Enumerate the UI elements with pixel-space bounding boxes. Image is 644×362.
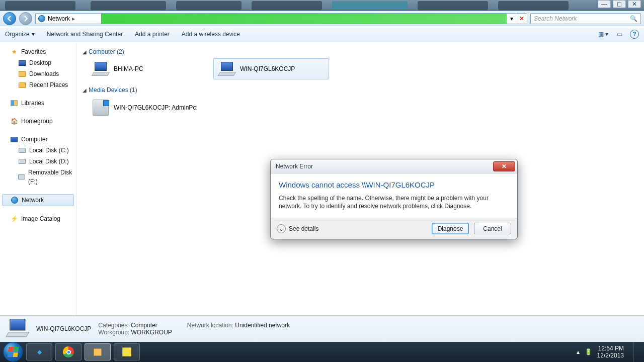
network-icon xyxy=(38,15,46,23)
content-pane: ◢ Computer (2) BHIMA-PC WIN-QI7GL6KOCJP … xyxy=(76,42,644,315)
network-computer-item[interactable]: WIN-QI7GL6KOCJP xyxy=(213,58,329,79)
taskbar-pin-notes[interactable] xyxy=(114,343,140,360)
tray-clock[interactable]: 12:54 PM 12/2/2013 xyxy=(597,345,624,359)
organize-label: Organize xyxy=(5,31,30,38)
sidebar-network[interactable]: Network xyxy=(2,194,74,206)
show-desktop-button[interactable] xyxy=(633,342,638,362)
folder-icon xyxy=(18,81,26,89)
window-minimize-button[interactable]: — xyxy=(598,0,611,8)
details-netloc-value: Unidentified network xyxy=(235,322,290,329)
drive-icon xyxy=(18,146,26,154)
desktop-icon xyxy=(18,59,26,67)
breadcrumb-root[interactable]: Network xyxy=(48,15,70,22)
sidebar-computer[interactable]: Computer xyxy=(0,134,76,145)
folder-icon xyxy=(18,70,26,78)
sidebar-item-drive-d[interactable]: Local Disk (D:) xyxy=(0,156,76,167)
address-dropdown-button[interactable]: ▾ xyxy=(507,14,516,24)
sidebar-homegroup[interactable]: 🏠Homegroup xyxy=(0,116,76,127)
details-categories-value: Computer xyxy=(131,322,157,329)
view-options-button[interactable]: ▥ ▾ xyxy=(598,29,609,40)
network-item-label: WIN-QI7GL6KOCJP xyxy=(240,65,295,72)
sidebar-favorites[interactable]: ★ Favorites xyxy=(0,46,76,57)
toolbar-add-wireless-device[interactable]: Add a wireless device xyxy=(182,31,240,38)
computer-icon xyxy=(219,62,235,76)
toolbar-network-sharing-center[interactable]: Network and Sharing Center xyxy=(47,31,123,38)
details-netloc-label: Network location: xyxy=(187,322,233,329)
sidebar-item-label: Local Disk (C:) xyxy=(29,146,69,155)
network-error-dialog: Network Error ✕ Windows cannot access \\… xyxy=(270,159,518,239)
sidebar-item-label: Homegroup xyxy=(21,117,53,126)
system-tray: ▴ 🔋 12:54 PM 12/2/2013 xyxy=(577,342,641,362)
organize-menu[interactable]: Organize ▾ xyxy=(5,31,35,38)
start-button[interactable] xyxy=(3,342,23,362)
taskbar-pin-chrome[interactable] xyxy=(55,343,82,360)
chevron-down-icon: ▾ xyxy=(32,31,35,38)
media-device-item[interactable]: WIN-QI7GL6KOCJP: AdminPc: xyxy=(88,97,238,119)
sidebar-item-drive-c[interactable]: Local Disk (C:) xyxy=(0,145,76,156)
sidebar-item-label: Downloads xyxy=(29,69,59,78)
dialog-message: Check the spelling of the name. Otherwis… xyxy=(279,194,509,210)
nav-back-button[interactable] xyxy=(3,12,16,25)
address-bar: Network ▸ ▾ ✕ Search Network 🔍 xyxy=(0,11,644,26)
sidebar-item-label: Local Disk (D:) xyxy=(29,157,69,166)
window-close-button[interactable]: ✕ xyxy=(628,0,641,8)
tray-date: 12/2/2013 xyxy=(597,352,624,359)
chrome-icon xyxy=(63,346,74,357)
network-computer-item[interactable]: BHIMA-PC xyxy=(88,58,203,79)
taskbar-pin-unknown[interactable]: ◆ xyxy=(26,343,52,360)
dialog-titlebar[interactable]: Network Error ✕ xyxy=(271,159,517,173)
search-input[interactable]: Search Network 🔍 xyxy=(530,13,641,24)
close-icon: ✕ xyxy=(502,163,507,170)
sidebar-item-label: Computer xyxy=(21,135,48,144)
folder-icon xyxy=(94,348,102,356)
see-details-toggle[interactable]: ⌄ See details xyxy=(277,224,318,233)
breadcrumb-sep-icon: ▸ xyxy=(72,15,75,22)
address-field[interactable]: Network ▸ ▾ ✕ xyxy=(35,13,527,24)
collapse-triangle-icon: ◢ xyxy=(83,49,87,55)
sidebar-item-recent-places[interactable]: Recent Places xyxy=(0,79,76,90)
help-button[interactable]: ? xyxy=(630,30,639,39)
tray-battery-icon[interactable]: 🔋 xyxy=(585,348,592,355)
preview-pane-button[interactable]: ▭ xyxy=(614,29,625,40)
drive-icon xyxy=(18,157,26,165)
app-icon: ◆ xyxy=(37,348,42,355)
network-icon xyxy=(11,196,19,204)
sidebar-favorites-label: Favorites xyxy=(21,47,46,56)
taskbar: ◆ ▴ 🔋 12:54 PM 12/2/2013 xyxy=(0,342,644,362)
sidebar-item-label: Recent Places xyxy=(29,80,68,89)
sidebar-item-label: Libraries xyxy=(21,99,44,108)
sidebar-item-label: Desktop xyxy=(29,58,51,67)
network-item-label: BHIMA-PC xyxy=(114,65,143,72)
collapse-triangle-icon: ◢ xyxy=(83,87,87,93)
navigation-pane: ★ Favorites Desktop Downloads Recent Pla… xyxy=(0,42,76,315)
group-header-computer[interactable]: ◢ Computer (2) xyxy=(83,48,638,55)
address-stop-button[interactable]: ✕ xyxy=(516,14,527,24)
star-icon: ★ xyxy=(10,48,18,56)
tray-time: 12:54 PM xyxy=(597,345,624,352)
dialog-heading: Windows cannot access \\WIN-QI7GL6KOCJP xyxy=(279,180,509,189)
details-name: WIN-QI7GL6KOCJP xyxy=(36,325,91,332)
taskbar-pin-explorer[interactable] xyxy=(85,343,111,360)
dialog-close-button[interactable]: ✕ xyxy=(493,161,515,171)
details-workgroup-label: Workgroup: xyxy=(98,329,129,336)
sidebar-item-downloads[interactable]: Downloads xyxy=(0,68,76,79)
see-details-label: See details xyxy=(289,225,318,232)
group-header-media-devices[interactable]: ◢ Media Devices (1) xyxy=(83,86,638,94)
tray-show-hidden-icon[interactable]: ▴ xyxy=(577,348,580,355)
sidebar-item-label: Network xyxy=(22,196,44,205)
sidebar-item-drive-f[interactable]: Removable Disk (F:) xyxy=(0,167,76,187)
sidebar-item-desktop[interactable]: Desktop xyxy=(0,57,76,68)
computer-icon xyxy=(93,62,109,76)
nav-forward-button[interactable] xyxy=(19,12,32,25)
catalog-icon: ⚡ xyxy=(10,215,18,223)
sidebar-image-catalog[interactable]: ⚡Image Catalog xyxy=(0,213,76,224)
cancel-button[interactable]: Cancel xyxy=(474,223,511,234)
diagnose-button[interactable]: Diagnose xyxy=(432,223,469,234)
toolbar-add-printer[interactable]: Add a printer xyxy=(135,31,170,38)
arrow-left-icon xyxy=(7,16,13,22)
sidebar-libraries[interactable]: Libraries xyxy=(0,98,76,109)
window-maximize-button[interactable]: ◻ xyxy=(613,0,626,8)
drive-icon xyxy=(18,173,25,181)
chevron-down-icon: ⌄ xyxy=(277,224,286,233)
computer-icon xyxy=(10,135,18,143)
